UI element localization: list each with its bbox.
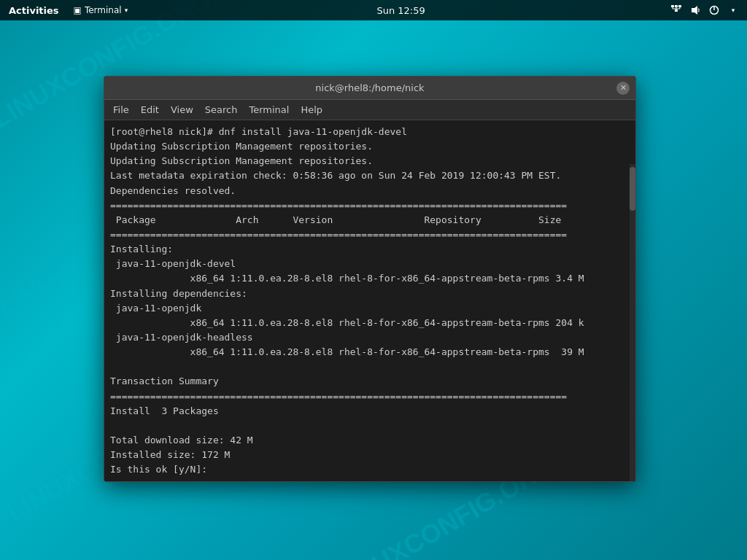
topbar: Activities ▣ Terminal ▾ Sun 12:59	[0, 0, 747, 20]
network-icon[interactable]	[668, 2, 684, 18]
terminal-menu-help[interactable]: Help	[295, 100, 328, 120]
system-menu-arrow[interactable]: ▾	[725, 2, 741, 18]
terminal-scrollbar[interactable]	[630, 164, 635, 482]
topbar-system-icons: ▾	[668, 2, 747, 18]
volume-icon[interactable]	[687, 2, 703, 18]
svg-marker-9	[692, 6, 697, 15]
terminal-scrollbar-thumb[interactable]	[630, 167, 635, 211]
terminal-title: nick@rhel8:/home/nick	[123, 82, 616, 93]
svg-rect-2	[678, 5, 681, 7]
terminal-menu-terminal[interactable]: Terminal	[243, 100, 295, 120]
terminal-dropdown-arrow: ▾	[125, 7, 128, 14]
svg-rect-3	[675, 9, 678, 12]
terminal-menu-view[interactable]: View	[165, 100, 199, 120]
topbar-clock[interactable]: Sun 12:59	[133, 5, 668, 16]
activities-button[interactable]: Activities	[0, 0, 68, 20]
terminal-taskbar-button[interactable]: ▣ Terminal ▾	[68, 0, 134, 20]
terminal-titlebar: nick@rhel8:/home/nick ✕	[104, 77, 635, 100]
svg-rect-0	[671, 5, 674, 7]
terminal-taskbar-icon: ▣	[74, 5, 82, 15]
power-icon[interactable]	[706, 2, 722, 18]
desktop: LINUXCONFIG.ORG LINUXCONFIG.ORG LINUXCON…	[0, 0, 747, 560]
svg-rect-1	[675, 5, 678, 7]
terminal-menu-search[interactable]: Search	[199, 100, 244, 120]
terminal-window: nick@rhel8:/home/nick ✕ File Edit View S…	[104, 76, 636, 482]
terminal-taskbar-label: Terminal	[85, 5, 122, 15]
terminal-close-button[interactable]: ✕	[616, 82, 630, 95]
terminal-menubar: File Edit View Search Terminal Help	[104, 100, 635, 120]
terminal-content[interactable]: [root@rhel8 nick]# dnf install java-11-o…	[104, 120, 635, 481]
terminal-menu-file[interactable]: File	[107, 100, 135, 120]
terminal-menu-edit[interactable]: Edit	[135, 100, 165, 120]
